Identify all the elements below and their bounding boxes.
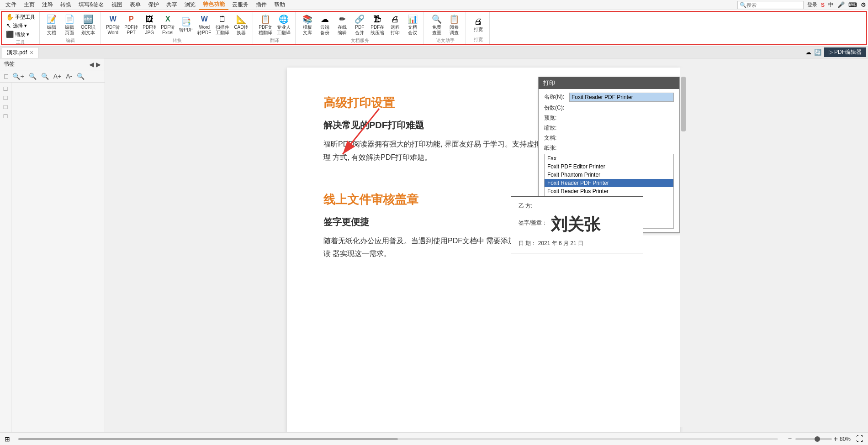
print-wide-btn[interactable]: 🖨 打宽 — [470, 15, 487, 33]
main-layout: 书签 ◀ ▶ □ 🔍+ 🔍 🔍 A+ A- 🔍 □ □ □ □ — [0, 58, 868, 436]
printer-foxit-reader[interactable]: Foxit Reader PDF Printer — [545, 179, 673, 187]
edit-doc-btn[interactable]: 📝 编辑文档 — [43, 13, 60, 37]
print-row-doc: 文档: — [544, 134, 674, 142]
zoom-minus-btn[interactable]: － — [786, 434, 794, 444]
pdf-translate-btn[interactable]: 📋 PDF文档翻译 — [257, 13, 274, 37]
pdf-to-ppt-btn[interactable]: P PDF转PPT — [122, 13, 140, 37]
print-row-scale: 缩放: — [544, 124, 674, 132]
tab-bar: 演示.pdf × ☁ 🔄 ▷ PDF编辑器 — [0, 47, 868, 58]
marking-btn[interactable]: 📋 阅卷调查 — [446, 13, 462, 37]
pdf-to-word-btn[interactable]: W PDF转Word — [104, 13, 122, 37]
settings-icon[interactable]: ⚙ — [861, 1, 866, 8]
printer-foxit-editor[interactable]: Foxit PDF Editor Printer — [545, 162, 673, 171]
menu-form[interactable]: 表单 — [126, 0, 144, 10]
sidebar-zoom-in3-btn[interactable]: 🔍 — [40, 72, 50, 80]
cloud-icon: ☁ — [319, 14, 330, 25]
login-button[interactable]: 登录 — [807, 1, 817, 8]
print-row-preview: 预览: — [544, 114, 674, 122]
merge-icon: 🔗 — [354, 14, 365, 25]
edit-page-btn[interactable]: 📄 编辑页面 — [61, 13, 78, 37]
sidebar-annot-icon[interactable]: □ — [1, 103, 10, 111]
keyboard-icon[interactable]: ⌨ — [848, 1, 857, 8]
hand-tool-btn[interactable]: ✋ 手型工具 — [5, 13, 37, 21]
menu-share[interactable]: 共享 — [163, 0, 181, 10]
doc-tab[interactable]: 演示.pdf × — [2, 47, 38, 58]
menu-protect[interactable]: 保护 — [144, 0, 163, 10]
pdf-to-jpg-btn[interactable]: 🖼 PDF转JPG — [141, 13, 158, 37]
sidebar-bookmark-icon[interactable]: □ — [1, 94, 10, 102]
to-pdf-btn[interactable]: 📑 转PDF — [177, 16, 195, 34]
menu-cloud[interactable]: 云服务 — [228, 0, 252, 10]
scan-translate-btn[interactable]: 🗒 扫描件工翻译 — [214, 13, 231, 37]
cloud-icon-tab[interactable]: ☁ — [805, 49, 811, 56]
template-lib-btn[interactable]: 📚 模板文库 — [299, 13, 316, 37]
zoom-slider[interactable] — [795, 438, 832, 440]
tab-close-btn[interactable]: × — [30, 49, 33, 56]
sidebar-search-btn[interactable]: 🔍 — [75, 72, 86, 80]
doc-meeting-btn[interactable]: 📊 文档会议 — [404, 13, 421, 37]
menu-sign[interactable]: 填写&签名 — [75, 0, 108, 10]
sidebar-prev-icon[interactable]: ◀ — [89, 61, 94, 68]
fullscreen-btn[interactable]: ⛶ — [856, 435, 863, 443]
convert-group-label: 转换 — [173, 37, 182, 44]
zoom-tool-btn[interactable]: ⬛ 缩放 ▾ — [5, 30, 37, 38]
print-icon: 🖨 — [390, 14, 401, 25]
search-input[interactable] — [746, 2, 801, 8]
ribbon-content: ✋ 手型工具 ↖ 选择 ▾ ⬛ 缩放 ▾ 工具 📝 编辑文档 — [0, 10, 868, 46]
menu-plugin[interactable]: 插件 — [252, 0, 270, 10]
word-to-pdf-btn[interactable]: W Word转PDF — [196, 13, 213, 37]
compress-btn[interactable]: 🗜 PDF在线压缩 — [369, 13, 386, 37]
translate-group-label: 翻译 — [270, 37, 279, 44]
section2: 线上文件审核盖章 签字更便捷 随着无纸化办公应用普及。当遇到使用PDF文档中 需… — [323, 192, 643, 261]
pdf-merge-btn[interactable]: 🔗 PDF合并 — [351, 13, 368, 37]
printer-fax[interactable]: Fax — [545, 154, 673, 162]
sync-icon-tab[interactable]: 🔄 — [814, 49, 821, 56]
right-scrollbar[interactable] — [680, 68, 686, 427]
sidebar-zoom-in-btn[interactable]: 🔍+ — [11, 72, 25, 80]
sidebar-zoom-in2-btn[interactable]: 🔍 — [27, 72, 38, 80]
sidebar-font-down-btn[interactable]: A- — [64, 72, 74, 80]
menu-file[interactable]: 文件 — [2, 0, 20, 10]
menu-home[interactable]: 主页 — [20, 0, 38, 10]
online-edit-icon: ✏ — [337, 14, 348, 25]
pdf-to-excel-btn[interactable]: X PDF转Excel — [159, 13, 176, 37]
search-box[interactable]: 🔍 — [737, 1, 804, 9]
sidebar-left-icons: □ □ □ □ — [0, 83, 11, 436]
print-name-input[interactable]: Foxit Reader PDF Printer — [569, 93, 674, 102]
tools-group-label: 工具 — [16, 38, 25, 46]
compress-icon: 🗜 — [372, 14, 383, 25]
menu-annotate[interactable]: 注释 — [38, 0, 57, 10]
remote-print-btn[interactable]: 🖨 远程打印 — [387, 13, 403, 37]
bottom-expand-icon[interactable]: ⊞ — [5, 435, 10, 443]
edit-doc-icon: 📝 — [46, 14, 57, 25]
ocr-btn[interactable]: 🔤 OCR识别文本 — [79, 13, 97, 37]
print-row-copies: 份数(C): — [544, 104, 674, 112]
cad-convert-btn[interactable]: 📐 CAD转换器 — [232, 13, 250, 37]
pro-translate-btn[interactable]: 🌐 专业人工翻译 — [275, 13, 292, 37]
ribbon-group-print: 🖨 打宽 打宽 — [467, 12, 490, 44]
pdf-editor-button[interactable]: ▷ PDF编辑器 — [824, 47, 866, 57]
scrollbar-thumb[interactable] — [681, 77, 686, 131]
sidebar-layer-icon[interactable]: □ — [1, 112, 10, 120]
template-icon: 📚 — [302, 14, 313, 25]
online-edit-btn[interactable]: ✏ 在线编辑 — [334, 13, 350, 37]
cloud-backup-btn[interactable]: ☁ 云端备份 — [317, 13, 333, 37]
sidebar-font-up-btn[interactable]: A+ — [52, 72, 63, 80]
sogou-logo: S — [821, 2, 825, 8]
select-tool-btn[interactable]: ↖ 选择 ▾ — [5, 21, 37, 30]
menu-convert[interactable]: 转换 — [57, 0, 75, 10]
marking-icon: 📋 — [449, 14, 460, 25]
menu-browse[interactable]: 浏览 — [181, 0, 199, 10]
sidebar-page-icon[interactable]: □ — [1, 84, 10, 93]
sidebar-add-btn[interactable]: □ — [3, 72, 9, 80]
menu-special[interactable]: 特色功能 — [199, 0, 228, 10]
menu-view[interactable]: 视图 — [108, 0, 126, 10]
zoom-plus-btn[interactable]: + — [834, 435, 838, 443]
sidebar-next-icon[interactable]: ▶ — [96, 61, 101, 68]
free-check-btn[interactable]: 🔍 免费查重 — [429, 13, 445, 37]
pdf-translate-icon: 📋 — [260, 14, 271, 25]
menu-help[interactable]: 帮助 — [270, 0, 289, 10]
printer-foxit-phantom[interactable]: Foxit Phantom Printer — [545, 171, 673, 179]
mic-icon[interactable]: 🎤 — [837, 1, 845, 8]
print-dialog-title: 打印 — [539, 77, 679, 89]
